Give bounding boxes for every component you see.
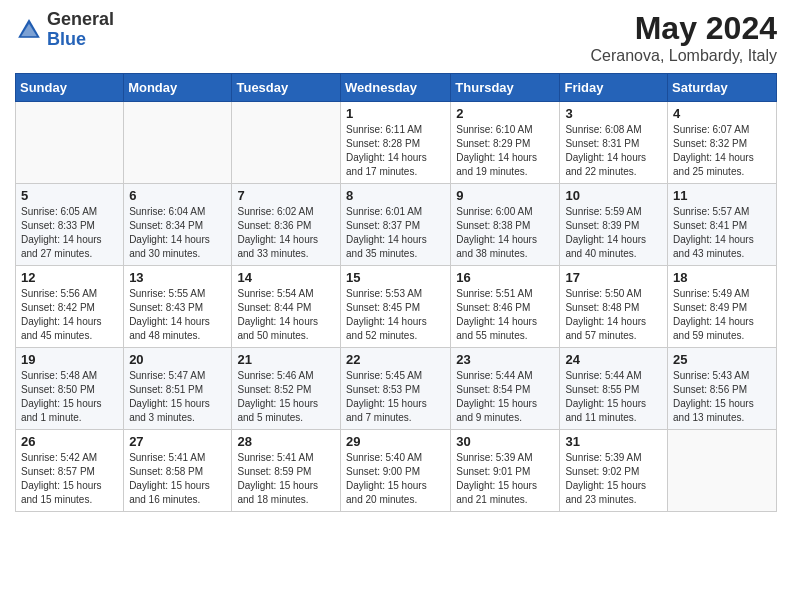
calendar-header-row: Sunday Monday Tuesday Wednesday Thursday… (16, 74, 777, 102)
day-number: 12 (21, 270, 118, 285)
table-row: 25Sunrise: 5:43 AMSunset: 8:56 PMDayligh… (668, 348, 777, 430)
day-info: Sunrise: 6:01 AMSunset: 8:37 PMDaylight:… (346, 205, 445, 261)
table-row: 21Sunrise: 5:46 AMSunset: 8:52 PMDayligh… (232, 348, 341, 430)
table-row: 23Sunrise: 5:44 AMSunset: 8:54 PMDayligh… (451, 348, 560, 430)
week-row-3: 19Sunrise: 5:48 AMSunset: 8:50 PMDayligh… (16, 348, 777, 430)
day-info: Sunrise: 5:59 AMSunset: 8:39 PMDaylight:… (565, 205, 662, 261)
day-number: 13 (129, 270, 226, 285)
table-row: 29Sunrise: 5:40 AMSunset: 9:00 PMDayligh… (341, 430, 451, 512)
day-info: Sunrise: 5:55 AMSunset: 8:43 PMDaylight:… (129, 287, 226, 343)
day-number: 5 (21, 188, 118, 203)
day-number: 16 (456, 270, 554, 285)
day-number: 9 (456, 188, 554, 203)
day-info: Sunrise: 5:53 AMSunset: 8:45 PMDaylight:… (346, 287, 445, 343)
table-row: 31Sunrise: 5:39 AMSunset: 9:02 PMDayligh… (560, 430, 668, 512)
day-number: 1 (346, 106, 445, 121)
table-row (668, 430, 777, 512)
title-block: May 2024 Ceranova, Lombardy, Italy (591, 10, 777, 65)
table-row: 19Sunrise: 5:48 AMSunset: 8:50 PMDayligh… (16, 348, 124, 430)
day-info: Sunrise: 6:10 AMSunset: 8:29 PMDaylight:… (456, 123, 554, 179)
day-info: Sunrise: 6:05 AMSunset: 8:33 PMDaylight:… (21, 205, 118, 261)
day-info: Sunrise: 6:00 AMSunset: 8:38 PMDaylight:… (456, 205, 554, 261)
table-row (232, 102, 341, 184)
table-row: 11Sunrise: 5:57 AMSunset: 8:41 PMDayligh… (668, 184, 777, 266)
table-row: 26Sunrise: 5:42 AMSunset: 8:57 PMDayligh… (16, 430, 124, 512)
col-friday: Friday (560, 74, 668, 102)
week-row-0: 1Sunrise: 6:11 AMSunset: 8:28 PMDaylight… (16, 102, 777, 184)
col-sunday: Sunday (16, 74, 124, 102)
day-info: Sunrise: 5:49 AMSunset: 8:49 PMDaylight:… (673, 287, 771, 343)
day-number: 30 (456, 434, 554, 449)
table-row: 18Sunrise: 5:49 AMSunset: 8:49 PMDayligh… (668, 266, 777, 348)
day-info: Sunrise: 5:48 AMSunset: 8:50 PMDaylight:… (21, 369, 118, 425)
table-row: 8Sunrise: 6:01 AMSunset: 8:37 PMDaylight… (341, 184, 451, 266)
table-row: 9Sunrise: 6:00 AMSunset: 8:38 PMDaylight… (451, 184, 560, 266)
day-info: Sunrise: 5:40 AMSunset: 9:00 PMDaylight:… (346, 451, 445, 507)
day-number: 25 (673, 352, 771, 367)
table-row: 2Sunrise: 6:10 AMSunset: 8:29 PMDaylight… (451, 102, 560, 184)
day-number: 22 (346, 352, 445, 367)
table-row: 1Sunrise: 6:11 AMSunset: 8:28 PMDaylight… (341, 102, 451, 184)
table-row: 24Sunrise: 5:44 AMSunset: 8:55 PMDayligh… (560, 348, 668, 430)
day-number: 10 (565, 188, 662, 203)
week-row-1: 5Sunrise: 6:05 AMSunset: 8:33 PMDaylight… (16, 184, 777, 266)
day-info: Sunrise: 5:39 AMSunset: 9:02 PMDaylight:… (565, 451, 662, 507)
day-number: 24 (565, 352, 662, 367)
table-row: 12Sunrise: 5:56 AMSunset: 8:42 PMDayligh… (16, 266, 124, 348)
header: General Blue May 2024 Ceranova, Lombardy… (15, 10, 777, 65)
table-row: 20Sunrise: 5:47 AMSunset: 8:51 PMDayligh… (124, 348, 232, 430)
day-info: Sunrise: 5:51 AMSunset: 8:46 PMDaylight:… (456, 287, 554, 343)
day-number: 18 (673, 270, 771, 285)
table-row: 28Sunrise: 5:41 AMSunset: 8:59 PMDayligh… (232, 430, 341, 512)
table-row: 16Sunrise: 5:51 AMSunset: 8:46 PMDayligh… (451, 266, 560, 348)
calendar-table: Sunday Monday Tuesday Wednesday Thursday… (15, 73, 777, 512)
logo-icon (15, 16, 43, 44)
day-info: Sunrise: 6:02 AMSunset: 8:36 PMDaylight:… (237, 205, 335, 261)
day-number: 15 (346, 270, 445, 285)
table-row: 7Sunrise: 6:02 AMSunset: 8:36 PMDaylight… (232, 184, 341, 266)
day-number: 8 (346, 188, 445, 203)
day-info: Sunrise: 5:46 AMSunset: 8:52 PMDaylight:… (237, 369, 335, 425)
day-info: Sunrise: 6:07 AMSunset: 8:32 PMDaylight:… (673, 123, 771, 179)
day-number: 23 (456, 352, 554, 367)
table-row: 4Sunrise: 6:07 AMSunset: 8:32 PMDaylight… (668, 102, 777, 184)
logo-text: General Blue (47, 10, 114, 50)
col-wednesday: Wednesday (341, 74, 451, 102)
table-row: 13Sunrise: 5:55 AMSunset: 8:43 PMDayligh… (124, 266, 232, 348)
table-row: 5Sunrise: 6:05 AMSunset: 8:33 PMDaylight… (16, 184, 124, 266)
col-tuesday: Tuesday (232, 74, 341, 102)
day-number: 11 (673, 188, 771, 203)
week-row-2: 12Sunrise: 5:56 AMSunset: 8:42 PMDayligh… (16, 266, 777, 348)
day-info: Sunrise: 5:45 AMSunset: 8:53 PMDaylight:… (346, 369, 445, 425)
table-row: 3Sunrise: 6:08 AMSunset: 8:31 PMDaylight… (560, 102, 668, 184)
day-info: Sunrise: 5:44 AMSunset: 8:55 PMDaylight:… (565, 369, 662, 425)
day-number: 17 (565, 270, 662, 285)
day-info: Sunrise: 6:08 AMSunset: 8:31 PMDaylight:… (565, 123, 662, 179)
table-row: 10Sunrise: 5:59 AMSunset: 8:39 PMDayligh… (560, 184, 668, 266)
day-info: Sunrise: 5:57 AMSunset: 8:41 PMDaylight:… (673, 205, 771, 261)
day-number: 19 (21, 352, 118, 367)
day-number: 20 (129, 352, 226, 367)
day-info: Sunrise: 5:41 AMSunset: 8:59 PMDaylight:… (237, 451, 335, 507)
table-row: 6Sunrise: 6:04 AMSunset: 8:34 PMDaylight… (124, 184, 232, 266)
day-info: Sunrise: 5:54 AMSunset: 8:44 PMDaylight:… (237, 287, 335, 343)
day-info: Sunrise: 5:42 AMSunset: 8:57 PMDaylight:… (21, 451, 118, 507)
day-number: 26 (21, 434, 118, 449)
day-info: Sunrise: 5:43 AMSunset: 8:56 PMDaylight:… (673, 369, 771, 425)
calendar-subtitle: Ceranova, Lombardy, Italy (591, 47, 777, 65)
day-info: Sunrise: 5:41 AMSunset: 8:58 PMDaylight:… (129, 451, 226, 507)
table-row: 22Sunrise: 5:45 AMSunset: 8:53 PMDayligh… (341, 348, 451, 430)
logo: General Blue (15, 10, 114, 50)
day-number: 6 (129, 188, 226, 203)
table-row (16, 102, 124, 184)
day-number: 2 (456, 106, 554, 121)
day-number: 21 (237, 352, 335, 367)
day-info: Sunrise: 6:11 AMSunset: 8:28 PMDaylight:… (346, 123, 445, 179)
table-row: 30Sunrise: 5:39 AMSunset: 9:01 PMDayligh… (451, 430, 560, 512)
table-row: 17Sunrise: 5:50 AMSunset: 8:48 PMDayligh… (560, 266, 668, 348)
day-info: Sunrise: 5:39 AMSunset: 9:01 PMDaylight:… (456, 451, 554, 507)
day-info: Sunrise: 5:56 AMSunset: 8:42 PMDaylight:… (21, 287, 118, 343)
day-info: Sunrise: 5:44 AMSunset: 8:54 PMDaylight:… (456, 369, 554, 425)
day-number: 3 (565, 106, 662, 121)
day-number: 7 (237, 188, 335, 203)
